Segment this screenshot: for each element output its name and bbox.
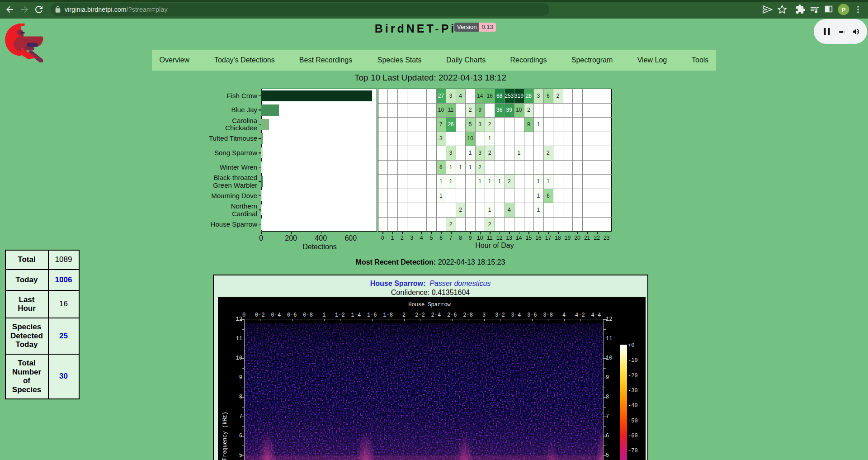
svg-text:P: P [842, 6, 846, 13]
